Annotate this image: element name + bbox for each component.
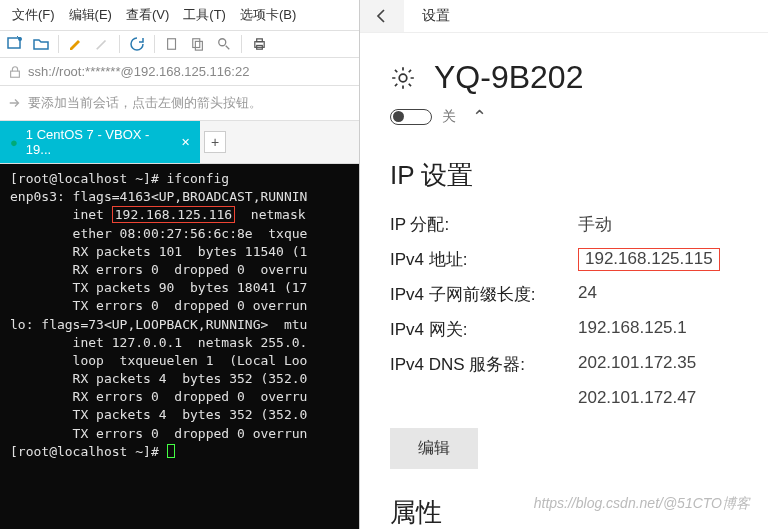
copy-icon[interactable] [189,35,207,53]
svg-rect-4 [195,41,202,50]
settings-breadcrumb: 设置 [422,7,450,25]
svg-rect-2 [168,39,176,50]
ip-setting-key: IPv4 地址: [390,248,578,271]
address-bar[interactable]: ssh://root:*******@192.168.125.116:22 [0,58,359,86]
edit-button[interactable]: 编辑 [390,428,478,469]
ip-setting-value: 192.168.125.115 [578,248,720,271]
ip-setting-value: 192.168.125.1 [578,318,687,341]
ip-setting-row: IPv4 DNS 服务器:202.101.172.35 [390,347,738,382]
tab-bar: ● 1 CentOS 7 - VBOX - 19... ✕ + [0,121,359,164]
svg-point-5 [219,39,226,46]
menu-file[interactable]: 文件(F) [8,4,59,26]
separator [154,35,155,53]
separator [119,35,120,53]
tab-label: 1 CentOS 7 - VBOX - 19... [26,127,177,157]
search-icon[interactable] [215,35,233,53]
menu-tools[interactable]: 工具(T) [179,4,230,26]
back-button[interactable] [360,0,404,32]
ip-section-heading: IP 设置 [390,158,738,193]
wand-icon[interactable] [93,35,111,53]
windows-settings-panel: 设置 YQ-9B202 关 ⌃ IP 设置 IP 分配:手动IPv4 地址:19… [360,0,768,529]
menu-tabs[interactable]: 选项卡(B) [236,4,300,26]
ip-setting-key [390,388,578,408]
hint-text: 要添加当前会话，点击左侧的箭头按钮。 [28,94,262,112]
print-icon[interactable] [250,35,268,53]
menu-view[interactable]: 查看(V) [122,4,173,26]
watermark-text: https://blog.csdn.net/@51CTO博客 [534,495,750,513]
menu-bar: 文件(F) 编辑(E) 查看(V) 工具(T) 选项卡(B) [0,0,359,31]
menu-edit[interactable]: 编辑(E) [65,4,116,26]
ip-setting-value: 202.101.172.35 [578,353,696,376]
status-dot-icon: ● [10,135,18,150]
ip-setting-row: IPv4 网关:192.168.125.1 [390,312,738,347]
toolbar [0,31,359,58]
ip-setting-value: 202.101.172.47 [578,388,696,408]
ip-settings-section: IP 设置 IP 分配:手动IPv4 地址:192.168.125.115IPv… [360,136,768,477]
ip-setting-row: IPv4 子网前缀长度:24 [390,277,738,312]
ip-setting-row: IP 分配:手动 [390,207,738,242]
svg-point-10 [399,74,407,82]
edit-pencil-icon[interactable] [67,35,85,53]
chevron-up-icon[interactable]: ⌃ [472,106,487,128]
arrow-left-icon [374,8,390,24]
toggle-row: 关 ⌃ [360,106,768,136]
ip-setting-key: IPv4 网关: [390,318,578,341]
clipboard-icon[interactable] [163,35,181,53]
toggle-label: 关 [442,108,456,126]
arrow-hint-icon [8,96,22,110]
ip-setting-row: 202.101.172.47 [390,382,738,414]
ip-setting-value: 24 [578,283,597,306]
tab-session-1[interactable]: ● 1 CentOS 7 - VBOX - 19... ✕ [0,121,200,163]
tab-close-icon[interactable]: ✕ [181,136,190,149]
page-title-row: YQ-9B202 [360,33,768,106]
ip-setting-key: IPv4 子网前缀长度: [390,283,578,306]
separator [241,35,242,53]
svg-rect-7 [256,38,262,41]
new-session-icon[interactable] [6,35,24,53]
ip-setting-row: IPv4 地址:192.168.125.115 [390,242,738,277]
refresh-icon[interactable] [128,35,146,53]
gear-icon [390,65,416,91]
svg-rect-9 [11,71,20,77]
svg-rect-3 [193,39,200,48]
svg-point-1 [18,37,22,41]
terminal[interactable]: [root@localhost ~]# ifconfigenp0s3: flag… [0,164,359,529]
ssh-client-window: 文件(F) 编辑(E) 查看(V) 工具(T) 选项卡(B) [0,0,360,529]
ip-setting-value: 手动 [578,213,612,236]
separator [58,35,59,53]
tab-add-button[interactable]: + [204,131,226,153]
open-folder-icon[interactable] [32,35,50,53]
session-hint: 要添加当前会话，点击左侧的箭头按钮。 [0,86,359,121]
address-text: ssh://root:*******@192.168.125.116:22 [28,64,249,79]
settings-header: 设置 [360,0,768,33]
ip-setting-key: IP 分配: [390,213,578,236]
lock-icon [8,65,22,79]
network-name: YQ-9B202 [434,59,583,96]
metered-toggle[interactable] [390,109,432,125]
ip-setting-key: IPv4 DNS 服务器: [390,353,578,376]
